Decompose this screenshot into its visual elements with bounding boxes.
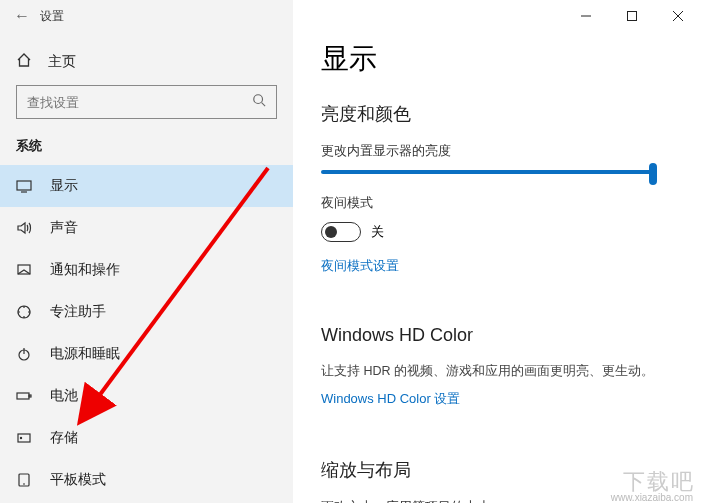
sidebar-item-label: 平板模式 — [50, 471, 106, 489]
brightness-section: 亮度和颜色 更改内置显示器的亮度 夜间模式 关 夜间模式设置 — [321, 102, 673, 299]
sidebar-item-storage[interactable]: 存储 — [0, 417, 293, 459]
sidebar-item-sound[interactable]: 声音 — [0, 207, 293, 249]
svg-rect-12 — [29, 395, 31, 397]
search-input-wrap[interactable] — [16, 85, 277, 119]
brightness-heading: 亮度和颜色 — [321, 102, 673, 126]
toggle-state-label: 关 — [371, 223, 384, 241]
power-icon — [16, 346, 32, 362]
night-mode-settings-link[interactable]: 夜间模式设置 — [321, 257, 399, 275]
title-bar: ← 设置 — [0, 0, 701, 32]
search-input[interactable] — [27, 95, 252, 110]
slider-thumb[interactable] — [649, 163, 657, 185]
display-icon — [16, 178, 32, 194]
night-mode-toggle[interactable] — [321, 222, 361, 242]
main-content: 显示 亮度和颜色 更改内置显示器的亮度 夜间模式 关 夜间模式设置 Window… — [293, 0, 701, 503]
page-title: 显示 — [321, 40, 673, 78]
hdcolor-heading: Windows HD Color — [321, 325, 673, 346]
tablet-icon — [16, 472, 32, 488]
sidebar-item-notifications[interactable]: 通知和操作 — [0, 249, 293, 291]
sidebar-home[interactable]: 主页 — [0, 44, 293, 85]
sidebar-item-label: 存储 — [50, 429, 78, 447]
back-button[interactable]: ← — [14, 7, 30, 25]
sidebar-item-label: 声音 — [50, 219, 78, 237]
sidebar-section-label: 系统 — [0, 137, 293, 165]
svg-rect-13 — [18, 434, 30, 442]
storage-icon — [16, 430, 32, 446]
close-button[interactable] — [655, 0, 701, 32]
sidebar: 主页 系统 显示 声音 通知和操作 专注助手 — [0, 0, 293, 503]
svg-point-14 — [20, 437, 21, 438]
minimize-button[interactable] — [563, 0, 609, 32]
sidebar-item-label: 专注助手 — [50, 303, 106, 321]
svg-rect-1 — [628, 12, 637, 21]
hdcolor-desc: 让支持 HDR 的视频、游戏和应用的画面更明亮、更生动。 — [321, 362, 673, 381]
notifications-icon — [16, 262, 32, 278]
scale-heading: 缩放与布局 — [321, 458, 673, 482]
battery-icon — [16, 388, 32, 404]
svg-rect-6 — [17, 181, 31, 190]
sidebar-item-battery[interactable]: 电池 — [0, 375, 293, 417]
sidebar-item-label: 通知和操作 — [50, 261, 120, 279]
sound-icon — [16, 220, 32, 236]
sidebar-item-tablet[interactable]: 平板模式 — [0, 459, 293, 501]
hdcolor-settings-link[interactable]: Windows HD Color 设置 — [321, 390, 460, 408]
svg-rect-11 — [17, 393, 29, 399]
sidebar-item-focus[interactable]: 专注助手 — [0, 291, 293, 333]
svg-point-4 — [254, 95, 263, 104]
scale-field-label: 更改文本、应用等项目的大小 — [321, 498, 673, 503]
brightness-slider[interactable] — [321, 170, 651, 174]
sidebar-item-label: 显示 — [50, 177, 78, 195]
scale-section: 缩放与布局 更改文本、应用等项目的大小 100% (推荐) — [321, 458, 673, 503]
window-controls — [563, 0, 701, 32]
sidebar-item-power[interactable]: 电源和睡眠 — [0, 333, 293, 375]
search-icon — [252, 93, 266, 111]
brightness-slider-label: 更改内置显示器的亮度 — [321, 142, 673, 160]
window-title: 设置 — [40, 8, 64, 25]
maximize-button[interactable] — [609, 0, 655, 32]
home-icon — [16, 52, 32, 71]
sidebar-item-display[interactable]: 显示 — [0, 165, 293, 207]
focus-icon — [16, 304, 32, 320]
sidebar-nav: 显示 声音 通知和操作 专注助手 电源和睡眠 电池 — [0, 165, 293, 501]
sidebar-item-label: 电池 — [50, 387, 78, 405]
toggle-knob — [325, 226, 337, 238]
sidebar-home-label: 主页 — [48, 53, 76, 71]
svg-line-5 — [262, 103, 266, 107]
night-mode-label: 夜间模式 — [321, 194, 673, 212]
hdcolor-section: Windows HD Color 让支持 HDR 的视频、游戏和应用的画面更明亮… — [321, 325, 673, 432]
sidebar-item-label: 电源和睡眠 — [50, 345, 120, 363]
